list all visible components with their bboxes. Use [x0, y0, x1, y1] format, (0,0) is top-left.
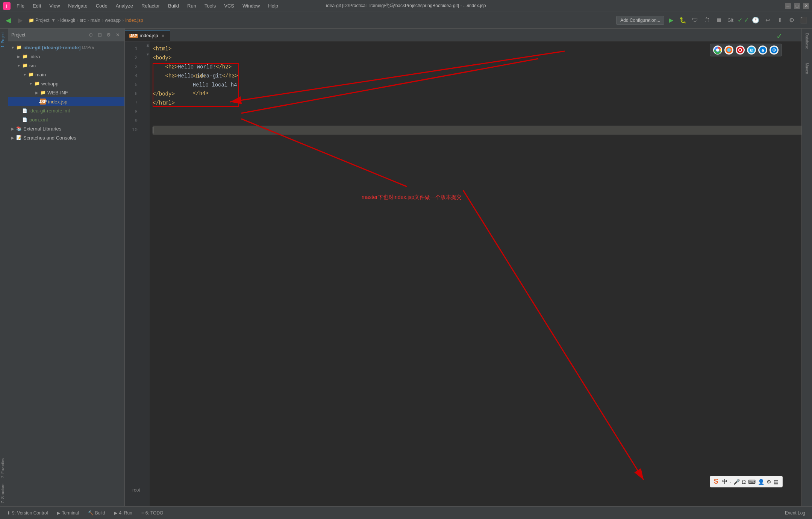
browser-icons-panel: O e e ⊕: [710, 44, 782, 56]
right-tab-database[interactable]: Database: [804, 30, 810, 52]
run-icon[interactable]: ▶: [666, 15, 676, 26]
ime-chinese[interactable]: 中: [722, 478, 727, 485]
ime-toolbar: S 中 · 🎤 Ω ⌨ 👤 ⚙ ▤: [710, 476, 783, 487]
fold-arrow-2[interactable]: ▼: [147, 53, 149, 57]
edge-icon[interactable]: e: [758, 46, 767, 55]
ime-keyboard[interactable]: ⌨: [748, 479, 756, 485]
code-line-1: <html>: [153, 44, 801, 53]
tree-root[interactable]: ▼ 📁 idea-git [idea-git-remote] D:\Pra: [8, 43, 124, 52]
menu-code[interactable]: Code: [92, 2, 111, 10]
tab-structure[interactable]: Z: Structure: [0, 481, 8, 506]
ime-user[interactable]: 👤: [758, 479, 764, 485]
tree-item-idea[interactable]: ▶ 📁 .idea: [8, 52, 124, 61]
bottom-tab-terminal[interactable]: ▶ Terminal: [53, 509, 82, 517]
git-check2[interactable]: ✓: [744, 17, 749, 24]
ie-icon[interactable]: e: [747, 46, 756, 55]
tree-item-iml[interactable]: ▶ 📄 idea-git-remote.iml: [8, 106, 124, 115]
minimize-button[interactable]: ─: [785, 3, 791, 9]
chrome-icon[interactable]: [713, 46, 722, 55]
forward-button[interactable]: ▶: [15, 15, 26, 26]
debug-icon[interactable]: 🐛: [678, 15, 688, 26]
tree-arrow-main: ▼: [22, 71, 28, 77]
git-check1[interactable]: ✓: [738, 17, 742, 24]
panel-hide[interactable]: ✕: [114, 31, 121, 39]
menu-vcs[interactable]: VCS: [220, 2, 238, 10]
svg-text:⊕: ⊕: [772, 47, 776, 53]
menu-help[interactable]: Help: [264, 2, 282, 10]
edge2-icon[interactable]: ⊕: [770, 46, 779, 55]
ime-tools2[interactable]: ▤: [774, 479, 779, 485]
bottom-tab-todo[interactable]: ≡ 6: TODO: [138, 509, 167, 517]
code-editor[interactable]: 1 2 3 4 5 6 7 8 9 10 ▼ ▼: [125, 41, 801, 506]
gutter-line-4: [144, 68, 150, 77]
tab-filename: index.jsp: [140, 33, 158, 38]
menu-tools[interactable]: Tools: [201, 2, 220, 10]
jsp-file-icon: JSP: [40, 99, 46, 105]
opera-icon[interactable]: O: [736, 46, 745, 55]
add-configuration-button[interactable]: Add Configuration...: [616, 16, 664, 25]
maximize-button[interactable]: □: [794, 3, 800, 9]
project-dropdown-icon[interactable]: ▼: [51, 18, 56, 23]
menu-run[interactable]: Run: [183, 2, 200, 10]
tree-arrow-scratches: ▶: [10, 135, 16, 141]
coverage-icon[interactable]: 🛡: [690, 15, 700, 26]
firefox-icon[interactable]: [724, 46, 733, 55]
ime-special-chars[interactable]: Ω: [742, 479, 746, 485]
tree-item-indexjsp[interactable]: ▶ JSP index.jsp: [8, 97, 124, 106]
tree-item-pomxml[interactable]: ▶ 📄 pom.xml: [8, 115, 124, 124]
tree-item-webapp[interactable]: ▼ 📁 webapp: [8, 79, 124, 88]
tab-favorites[interactable]: 2: Favorites: [0, 455, 8, 481]
code-line-8: [153, 108, 801, 117]
stop-icon[interactable]: ⏹: [714, 15, 724, 26]
git-history-icon[interactable]: 🕐: [750, 15, 761, 26]
tree-item-main[interactable]: ▼ 📁 main: [8, 70, 124, 79]
breadcrumb-webapp[interactable]: webapp: [105, 18, 121, 23]
panel-settings[interactable]: ⚙: [105, 31, 112, 39]
breadcrumb-src[interactable]: src: [80, 18, 86, 23]
menu-navigate[interactable]: Navigate: [64, 2, 91, 10]
tree-item-webinf[interactable]: ▶ 📁 WEB-INF: [8, 88, 124, 97]
tree-item-src[interactable]: ▼ 📁 src: [8, 61, 124, 70]
git-settings-icon[interactable]: ⚙: [786, 15, 797, 26]
tree-label-src: src: [29, 63, 36, 68]
git-undo-icon[interactable]: ↩: [762, 15, 773, 26]
back-button[interactable]: ◀: [3, 15, 14, 26]
close-button[interactable]: ✕: [803, 3, 809, 9]
bottom-tab-run[interactable]: ▶ 4: Run: [110, 509, 136, 517]
tab-close-button[interactable]: ✕: [160, 33, 165, 38]
breadcrumb-project[interactable]: 📁 Project ▼: [29, 18, 56, 23]
ime-mic[interactable]: 🎤: [733, 479, 740, 485]
terminal-icon[interactable]: ⬛: [798, 15, 809, 26]
line-num-8: 8: [125, 108, 141, 117]
breadcrumb-file[interactable]: index.jsp: [125, 18, 143, 23]
fold-arrow-7[interactable]: ▲: [147, 44, 149, 48]
code-content[interactable]: <html> <body> <h2> Hello World! </h2> <: [150, 41, 801, 506]
tree-item-scratches[interactable]: ▶ 📝 Scratches and Consoles: [8, 133, 124, 142]
menu-window[interactable]: Window: [239, 2, 264, 10]
menu-view[interactable]: View: [45, 2, 64, 10]
breadcrumb-idea-git[interactable]: idea-git: [61, 18, 75, 23]
menu-refactor[interactable]: Refactor: [138, 2, 164, 10]
git-push-icon[interactable]: ⬆: [774, 15, 785, 26]
menu-build[interactable]: Build: [164, 2, 183, 10]
menu-analyze[interactable]: Analyze: [112, 2, 137, 10]
panel-scroll-from-source[interactable]: ⊙: [87, 31, 94, 39]
bottom-tab-event-log[interactable]: Event Log: [781, 509, 809, 517]
tree-item-extlib[interactable]: ▶ 📚 External Libraries: [8, 124, 124, 133]
bottom-tab-build[interactable]: 🔨 Build: [84, 509, 109, 517]
editor-tab-indexjsp[interactable]: JSP index.jsp ✕: [125, 30, 170, 41]
ime-tools1[interactable]: ⚙: [767, 479, 771, 485]
tree-label-main: main: [35, 72, 46, 77]
menu-edit[interactable]: Edit: [29, 2, 45, 10]
tab-project[interactable]: 1: Project: [0, 29, 8, 50]
project-panel: Project ⊙ ⊟ ⚙ ✕ ▼ 📁 idea-git [idea-git-r…: [8, 29, 125, 506]
svg-text:O: O: [738, 47, 742, 53]
ime-dot[interactable]: ·: [730, 479, 731, 485]
gutter-line-2: ▼: [144, 50, 150, 59]
breadcrumb-main[interactable]: main: [91, 18, 100, 23]
right-tab-maven[interactable]: Maven: [804, 60, 810, 77]
menu-file[interactable]: File: [13, 2, 28, 10]
panel-collapse-all[interactable]: ⊟: [96, 31, 103, 39]
profile-icon[interactable]: ⏱: [702, 15, 712, 26]
bottom-tab-version-control[interactable]: ⬆ 9: Version Control: [3, 509, 52, 517]
